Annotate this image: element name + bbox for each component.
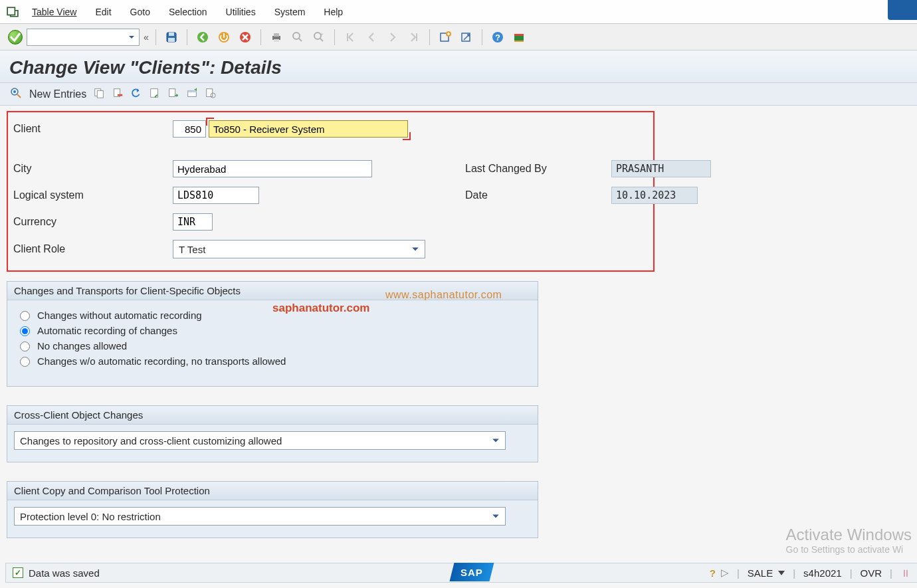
status-right: ? ▷ | SALE | s4h2021 | OVR | ⏸ <box>703 563 917 583</box>
print-icon[interactable] <box>268 29 285 46</box>
session-info-icon[interactable]: ▷ <box>721 567 729 579</box>
svg-rect-2 <box>169 33 174 36</box>
client-role-value: T Test <box>179 244 205 255</box>
enter-button[interactable] <box>8 30 23 45</box>
svg-rect-24 <box>98 90 104 98</box>
find-icon[interactable] <box>289 29 306 46</box>
import-icon[interactable] <box>205 87 217 101</box>
undo-icon[interactable] <box>130 87 142 101</box>
svg-rect-26 <box>118 94 122 96</box>
insert-mode: OVR <box>861 567 882 579</box>
delete-icon[interactable] <box>112 87 124 101</box>
logical-system-input[interactable] <box>173 187 259 204</box>
system-id: s4h2021 <box>803 567 842 579</box>
separator <box>155 29 156 45</box>
create-shortcut-icon[interactable] <box>458 29 475 46</box>
menu-selection[interactable]: Selection <box>159 3 217 21</box>
svg-rect-19 <box>514 34 524 36</box>
group3-title: Client Copy and Comparison Tool Protecti… <box>7 482 538 500</box>
menu-table-view[interactable]: Table View <box>23 3 86 21</box>
last-changed-by: PRASANTH <box>611 160 711 177</box>
currency-label: Currency <box>13 216 173 228</box>
back-icon[interactable] <box>194 29 211 46</box>
connection-icon: ⏸ <box>900 567 910 579</box>
help-small-icon[interactable]: ? <box>710 567 716 579</box>
save-icon[interactable] <box>163 29 180 46</box>
separator <box>429 29 430 45</box>
cross-client-select[interactable]: Changes to repository and cross-client c… <box>14 431 506 450</box>
page-title: Change View "Clients": Details <box>9 57 908 78</box>
separator <box>260 29 261 45</box>
toggle-display-icon[interactable] <box>9 86 23 102</box>
city-input[interactable] <box>173 160 372 177</box>
client-copy-group: Client Copy and Comparison Tool Protecti… <box>7 481 538 538</box>
collapse-toolbar-icon[interactable]: « <box>144 32 149 43</box>
client-label: Client <box>13 123 173 135</box>
opt-auto-recording[interactable]: Automatic recording of changes <box>17 324 528 336</box>
cross-client-value: Changes to repository and cross-client c… <box>20 435 282 446</box>
window-control-icon[interactable] <box>888 0 917 20</box>
help-icon[interactable]: ? <box>489 29 506 46</box>
svg-rect-28 <box>169 89 175 97</box>
cancel-icon[interactable] <box>237 29 254 46</box>
logical-system-label: Logical system <box>13 189 173 201</box>
new-entries-button[interactable]: New Entries <box>29 88 86 100</box>
menu-utilities[interactable]: Utilities <box>217 3 265 21</box>
svg-text:+: + <box>320 31 324 37</box>
date-label: Date <box>465 189 611 201</box>
next-entry-icon[interactable] <box>167 87 179 101</box>
menu-help[interactable]: Help <box>314 3 352 21</box>
export-icon[interactable] <box>186 87 198 101</box>
svg-point-22 <box>13 90 16 93</box>
layout-icon[interactable] <box>510 29 528 46</box>
menu-goto[interactable]: Goto <box>121 3 159 21</box>
content-area: Client City Logical system Currency <box>0 106 917 550</box>
date-value: 10.10.2023 <box>611 187 698 204</box>
create-session-icon[interactable] <box>437 29 454 46</box>
last-changed-label: Last Changed By <box>465 163 611 175</box>
svg-point-10 <box>293 33 300 39</box>
separator <box>482 29 482 45</box>
menu-system[interactable]: System <box>265 3 315 21</box>
svg-rect-20 <box>514 41 524 42</box>
city-label: City <box>13 163 173 175</box>
opt-no-transports[interactable]: Changes w/o automatic recording, no tran… <box>17 355 528 367</box>
opt-no-changes[interactable]: No changes allowed <box>17 340 528 351</box>
menu-edit[interactable]: Edit <box>86 3 120 21</box>
currency-input[interactable] <box>173 213 213 231</box>
next-page-icon[interactable] <box>384 29 401 46</box>
cross-client-group: Cross-Client Object Changes Changes to r… <box>7 405 538 462</box>
app-menu-icon[interactable] <box>7 6 19 18</box>
svg-rect-30 <box>188 90 197 92</box>
copy-icon[interactable] <box>93 87 105 101</box>
prev-page-icon[interactable] <box>363 29 380 46</box>
protection-value: Protection level 0: No restriction <box>20 511 161 522</box>
group1-title: Changes and Transports for Client-Specif… <box>7 282 538 300</box>
group2-title: Cross-Client Object Changes <box>7 406 538 425</box>
svg-rect-3 <box>168 38 175 42</box>
select-all-icon[interactable] <box>149 87 161 101</box>
changes-transports-group: Changes and Transports for Client-Specif… <box>7 281 538 387</box>
separator <box>334 29 335 45</box>
status-success-icon: ✓ <box>13 567 23 578</box>
client-name-input[interactable] <box>209 120 408 138</box>
client-role-label: Client Role <box>13 243 173 255</box>
last-page-icon[interactable] <box>405 29 423 46</box>
find-next-icon[interactable]: + <box>310 29 328 46</box>
system-toolbar: « + ? <box>0 24 917 50</box>
client-role-select[interactable]: T Test <box>173 240 425 258</box>
tcode-dropdown-icon[interactable] <box>778 571 785 575</box>
separator <box>187 29 187 45</box>
title-bar: Change View "Clients": Details <box>0 50 917 83</box>
svg-rect-9 <box>274 39 279 42</box>
first-page-icon[interactable] <box>342 29 359 46</box>
status-message: Data was saved <box>29 567 100 579</box>
exit-icon[interactable] <box>215 29 233 46</box>
command-field[interactable] <box>27 29 140 46</box>
client-id-input[interactable] <box>173 120 206 138</box>
protection-select[interactable]: Protection level 0: No restriction <box>14 507 506 526</box>
svg-text:?: ? <box>495 33 500 43</box>
svg-point-4 <box>197 32 208 43</box>
opt-changes-no-recording[interactable]: Changes without automatic recording <box>17 309 528 321</box>
app-toolbar: New Entries <box>0 83 917 106</box>
